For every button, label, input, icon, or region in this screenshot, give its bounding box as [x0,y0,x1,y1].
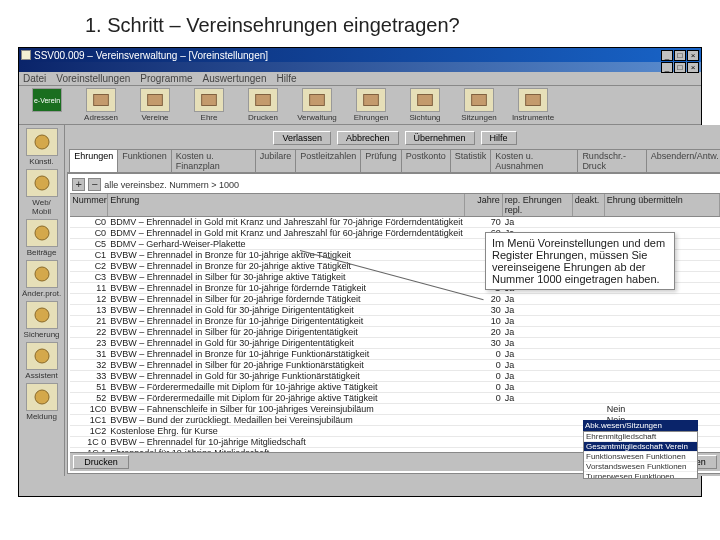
table-row[interactable]: 12BVBW – Ehrennadel in Silber für 20-jäh… [70,294,720,305]
table-row[interactable]: 1C0BVBW – Fahnenschleife in Silber für 1… [70,404,720,415]
table-row[interactable]: 52BVBW – Förderermedaille mit Diplom für… [70,393,720,404]
drucken-icon [248,88,278,112]
sidepanel-item[interactable]: Ehrenmitgliedschaft [584,432,697,442]
tool-drucken[interactable]: Drucken [238,88,288,122]
minimize-button[interactable]: _ [661,50,673,61]
table-row[interactable]: 31BVBW – Ehrennadel in Bronze für 10-jäh… [70,349,720,360]
table-row[interactable]: 33BVBW – Ehrennadel in Gold für 30-jähri… [70,371,720,382]
tab-postkonto[interactable]: Postkonto [401,149,451,172]
tool-ehre[interactable]: Ehre [184,88,234,122]
sidebar-assistent[interactable]: Assistent [22,342,61,380]
sidebar-icon [26,342,58,370]
col-deakt[interactable]: deakt. [573,194,605,216]
grid-header: Nummer Ehrung Jahre rep. Ehrungen repl. … [70,193,720,217]
svg-rect-8 [526,95,541,106]
table-row[interactable]: 22BVBW – Ehrennadel in Silber für 20-jäh… [70,327,720,338]
sidebar-meldung[interactable]: Meldung [22,383,61,421]
sidebar-icon [26,128,58,156]
table-row[interactable]: 21BVBW – Ehrennadel in Bronze für 10-jäh… [70,316,720,327]
table-row[interactable]: 32BVBW – Ehrennadel in Silber für 20-jäh… [70,360,720,371]
maximize-button[interactable]: □ [674,50,686,61]
sidebar-webmobil[interactable]: Web/ Mobil [22,169,61,216]
child-close[interactable]: × [687,62,699,73]
sidebar-beitrge[interactable]: Beiträge [22,219,61,257]
slide-title: 1. Schritt – Vereinsehrungen eingetragen… [0,0,720,47]
sidebar-icon [26,383,58,411]
sidebar-nderprot[interactable]: Änder.prot. [22,260,61,298]
abbrechen-button[interactable]: Abbrechen [337,131,399,145]
menu-voreinstellungen[interactable]: Voreinstellungen [56,73,130,84]
sidepanel-item[interactable]: Turnerwesen Funktionen [584,472,697,479]
toolbar: e-Verein AdressenVereineEhreDruckenVerwa… [19,86,701,125]
add-button[interactable]: + [72,178,85,191]
sidebar-icon [26,260,58,288]
tool-adressen[interactable]: Adressen [76,88,126,122]
svg-point-9 [35,135,49,149]
tab-statistik[interactable]: Statistik [450,149,492,172]
sidebar-sicherung[interactable]: Sicherung [22,301,61,339]
sidepanel-item[interactable]: Gesamtmitgliedschaft Verein [584,442,697,452]
sidebar-knstl[interactable]: Künstl. [22,128,61,166]
svg-rect-2 [202,95,217,106]
ehre-icon [194,88,224,112]
svg-rect-1 [148,95,163,106]
sidebar-icon [26,169,58,197]
col-ehrung[interactable]: Ehrung [108,194,465,216]
sidepanel-header: Abk.wesen/Sitzungen [583,420,698,431]
sidebar-icon [26,219,58,247]
logo-icon: e-Verein [32,88,62,112]
tool-sitzungen[interactable]: Sitzungen [454,88,504,122]
tab-prfung[interactable]: Prüfung [360,149,402,172]
remove-button[interactable]: − [88,178,101,191]
sidebar: Künstl.Web/ MobilBeiträgeÄnder.prot.Sich… [19,125,65,476]
tab-postleitzahlen[interactable]: Postleitzahlen [295,149,361,172]
verlassen-button[interactable]: Verlassen [273,131,331,145]
table-row[interactable]: 23BVBW – Ehrennadel in Gold für 30-jähri… [70,338,720,349]
hilfe-button[interactable]: Hilfe [481,131,517,145]
sitzungen-icon [464,88,494,112]
tab-ehrungen[interactable]: Ehrungen [69,149,118,172]
tab-jubilare[interactable]: Jubilare [255,149,297,172]
tab-rundschrdruck[interactable]: Rundschr.-Druck [577,149,646,172]
adressen-icon [86,88,116,112]
tab-kostenufinanzplan[interactable]: Kosten u. Finanzplan [171,149,256,172]
titlebar-text: SSV00.009 – Vereinsverwaltung – [Voreins… [34,50,661,61]
col-nummer[interactable]: Nummer [70,194,108,216]
close-button[interactable]: × [687,50,699,61]
subbar-text: alle vereinsbez. Nummern > 1000 [104,180,239,190]
svg-point-12 [35,267,49,281]
sidepanel-body[interactable]: EhrenmitgliedschaftGesamtmitgliedschaft … [583,431,698,479]
table-row[interactable]: 51BVBW – Förderermedaille mit Diplom für… [70,382,720,393]
menu-datei[interactable]: Datei [23,73,46,84]
sidepanel-item[interactable]: Funktionswesen Funktionen [584,452,697,462]
col-rep[interactable]: rep. Ehrungen repl. [503,194,573,216]
child-maximize[interactable]: □ [674,62,686,73]
menu-programme[interactable]: Programme [140,73,192,84]
child-minimize[interactable]: _ [661,62,673,73]
table-row[interactable]: C0BDMV – Ehrennadel in Gold mit Kranz un… [70,217,720,228]
uebernehmen-button[interactable]: Übernehmen [405,131,475,145]
col-jahre[interactable]: Jahre [465,194,503,216]
callout-box: Im Menü Voreinstellungen und dem Registe… [485,232,675,290]
col-ueb[interactable]: Ehrung übermitteln [605,194,720,216]
verwaltung-icon [302,88,332,112]
sidebar-icon [26,301,58,329]
tab-absendernantw[interactable]: Absendern/Antw. [646,149,720,172]
svg-point-13 [35,308,49,322]
menu-hilfe[interactable]: Hilfe [277,73,297,84]
menu-auswertungen[interactable]: Auswertungen [203,73,267,84]
svg-rect-5 [364,95,379,106]
tool-ehrungen[interactable]: Ehrungen [346,88,396,122]
tab-kostenuausnahmen[interactable]: Kosten u. Ausnahmen [490,149,578,172]
app-icon [21,50,31,60]
sidepanel-item[interactable]: Vorstandswesen Funktionen [584,462,697,472]
drucken-button[interactable]: Drucken [73,455,129,469]
tool-instrumente[interactable]: Instrumente [508,88,558,122]
tool-vereine[interactable]: Vereine [130,88,180,122]
svg-rect-6 [418,95,433,106]
table-row[interactable]: 13BVBW – Ehrennadel in Gold für 30-jähri… [70,305,720,316]
tool-verwaltung[interactable]: Verwaltung [292,88,342,122]
tool-sichtung[interactable]: Sichtung [400,88,450,122]
sidepanel-right: Abk.wesen/Sitzungen EhrenmitgliedschaftG… [583,420,698,479]
tab-funktionen[interactable]: Funktionen [117,149,172,172]
